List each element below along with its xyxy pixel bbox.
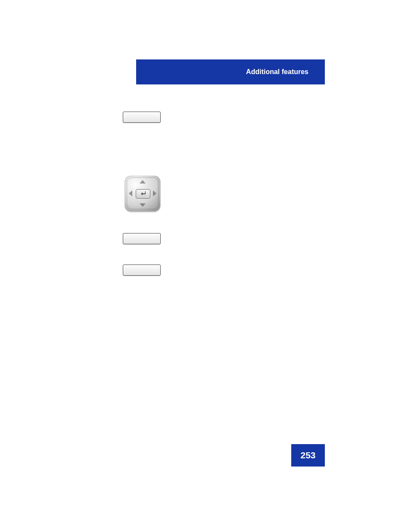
chevron-right-icon — [153, 190, 156, 196]
page-number-box: 253 — [291, 444, 325, 467]
navigation-cluster — [125, 176, 160, 211]
soft-key-3 — [123, 264, 161, 276]
chevron-up-icon — [140, 180, 146, 184]
section-header: Additional features — [136, 59, 325, 84]
section-header-title: Additional features — [246, 68, 308, 76]
page-number: 253 — [300, 450, 315, 460]
chevron-down-icon — [140, 203, 146, 207]
enter-icon — [140, 190, 146, 198]
enter-button — [136, 189, 150, 199]
chevron-left-icon — [129, 190, 132, 196]
soft-key-2 — [123, 233, 161, 244]
soft-key-1 — [123, 112, 161, 123]
